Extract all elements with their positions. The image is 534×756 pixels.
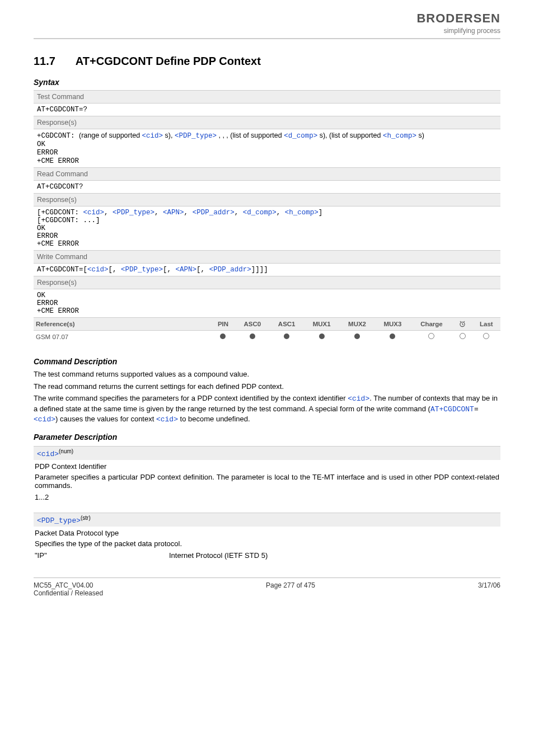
test-resp-ok: OK — [37, 140, 45, 148]
col-asc1: ASC1 — [269, 318, 303, 331]
wsep3: [, — [196, 266, 209, 274]
read-resp-line2: [+CGDCONT: ...] — [37, 217, 100, 224]
col-mux2: MUX2 — [339, 318, 374, 331]
col-mux3: MUX3 — [375, 318, 410, 331]
p3-cmd: AT+CGDCONT — [430, 405, 474, 414]
param-pdp-type-block: <PDP_type>(str) Packet Data Protocol typ… — [34, 513, 500, 566]
alarm-icon — [458, 320, 466, 327]
param-cid-range: 1...2 — [35, 493, 499, 501]
footer-right: 3/17/06 — [478, 581, 500, 597]
footer-left: MC55_ATC_V04.00 Confidential / Released — [34, 581, 103, 597]
write-resp-body: OK ERROR +CME ERROR — [34, 289, 500, 318]
sep2: , — [154, 209, 163, 217]
test-resp-after-cid: s), — [165, 132, 175, 139]
write-resp-label: Response(s) — [34, 276, 500, 289]
col-charge: Charge — [410, 318, 453, 331]
p3-cid3: <cid> — [156, 415, 178, 424]
test-resp-seg1: (range of supported — [79, 132, 140, 139]
param-cid-block: <cid>(num) PDP Context Identifier Parame… — [34, 446, 500, 508]
read-cmd-label: Read Command — [34, 168, 500, 181]
param-h-comp: <h_comp> — [285, 209, 318, 217]
dot-mux3 — [375, 331, 410, 343]
test-resp-error: ERROR — [37, 149, 58, 157]
dot-last — [472, 331, 500, 343]
ref-header: Reference(s) — [34, 318, 211, 331]
param-pdp-type: <PDP_type> — [113, 209, 154, 217]
dot-charge — [410, 331, 453, 343]
header-rule — [34, 38, 500, 39]
param-desc-heading: Parameter Description — [34, 433, 500, 442]
write-resp-ok: OK — [37, 292, 45, 299]
param-d-comp: <d_comp> — [243, 209, 277, 217]
param-cid: <cid> — [142, 132, 163, 140]
param-cid: <cid> — [83, 209, 105, 217]
param-pdp-type: <PDP_type> — [121, 266, 163, 274]
svg-line-2 — [462, 325, 463, 325]
param-pdp-addr: <PDP_addr> — [193, 209, 235, 217]
section-number: 11.7 — [34, 55, 73, 68]
param-cid: <cid> — [87, 266, 109, 274]
read-resp-prefix: +CGDCONT: — [41, 209, 83, 217]
test-resp-prefix: +CGDCONT: — [37, 132, 79, 140]
wsep1: [, — [109, 266, 121, 274]
page-header: BRODERSEN simplifying process — [34, 11, 500, 35]
param-cid-text: Parameter specifies a particular PDP con… — [35, 473, 499, 490]
param-apn: <APN> — [163, 209, 184, 217]
col-alarm — [453, 318, 472, 331]
test-resp-body: +CGDCONT: (range of supported <cid> s), … — [34, 129, 500, 168]
write-open-bracket: [ — [83, 266, 88, 274]
cmd-desc-p2: The read command returns the current set… — [34, 382, 500, 392]
p3-d: to become undefined. — [178, 415, 250, 423]
param-pdp-type-name: <PDP_type> — [37, 516, 81, 525]
dot-mux1 — [304, 331, 339, 343]
param-apn: <APN> — [176, 266, 197, 274]
p3-eq: = — [474, 405, 479, 414]
read-resp-label: Response(s) — [34, 194, 500, 206]
param-cid-tag: <cid>(num) — [34, 446, 500, 460]
param-pdp-type: <PDP_type> — [175, 132, 217, 140]
write-resp-cme: +CME ERROR — [37, 307, 79, 315]
param-cid-sup: (num) — [59, 448, 73, 454]
param-pdp-type-body: Packet Data Protocol type Specifies the … — [34, 527, 500, 566]
sep4: , — [235, 209, 243, 217]
syntax-heading: Syntax — [34, 78, 500, 87]
param-cid-body: PDP Context Identifier Parameter specifi… — [34, 460, 500, 508]
read-resp-ok: OK — [37, 224, 45, 232]
param-pdp-addr: <PDP_addr> — [209, 266, 251, 274]
dot-asc1 — [269, 331, 303, 343]
wsep2: [, — [163, 266, 176, 274]
cmd-desc-heading: Command Description — [34, 357, 500, 366]
dot-pin — [211, 331, 235, 343]
write-close: ]]]] — [251, 266, 268, 274]
reference-table: Reference(s) PIN ASC0 ASC1 MUX1 MUX2 MUX… — [34, 317, 500, 342]
param-pdp-type-key: "IP" — [35, 551, 169, 560]
sep5: , — [277, 209, 285, 217]
cmd-desc-p3: The write command specifies the paramete… — [34, 393, 500, 425]
test-resp-cme: +CME ERROR — [37, 157, 79, 165]
ref-row-label: GSM 07.07 — [34, 331, 211, 343]
param-cid-name: <cid> — [37, 450, 59, 458]
write-cmd: AT+CGDCONT=[<cid>[, <PDP_type>[, <APN>[,… — [34, 264, 500, 276]
brand-name: BRODERSEN — [416, 11, 500, 26]
footer-rule — [34, 577, 500, 578]
cmd-desc-p1: The test command returns supported value… — [34, 369, 500, 379]
col-last: Last — [472, 318, 500, 331]
param-pdp-type-sup: (str) — [81, 515, 91, 521]
param-pdp-type-val: Internet Protocol (IETF STD 5) — [169, 551, 268, 560]
read-close-bracket: ] — [318, 209, 323, 217]
brand-block: BRODERSEN simplifying process — [416, 11, 500, 35]
p3-c: ) causes the values for context — [55, 415, 156, 423]
param-pdp-type-tag: <PDP_type>(str) — [34, 513, 500, 527]
read-resp-error: ERROR — [37, 232, 58, 240]
section-title: 11.7 AT+CGDCONT Define PDP Context — [34, 55, 500, 68]
page-footer: MC55_ATC_V04.00 Confidential / Released … — [34, 581, 500, 597]
param-pdp-type-text: Specifies the type of the packet data pr… — [35, 539, 499, 548]
write-cmd-label: Write Command — [34, 251, 500, 264]
param-h-comp: <h_comp> — [383, 132, 416, 140]
syntax-table: Test Command AT+CGDCONT=? Response(s) +C… — [34, 90, 500, 317]
test-resp-label: Response(s) — [34, 116, 500, 129]
col-mux1: MUX1 — [304, 318, 339, 331]
col-pin: PIN — [211, 318, 235, 331]
param-pdp-type-title: Packet Data Protocol type — [35, 529, 499, 537]
dot-alarm — [453, 331, 472, 343]
